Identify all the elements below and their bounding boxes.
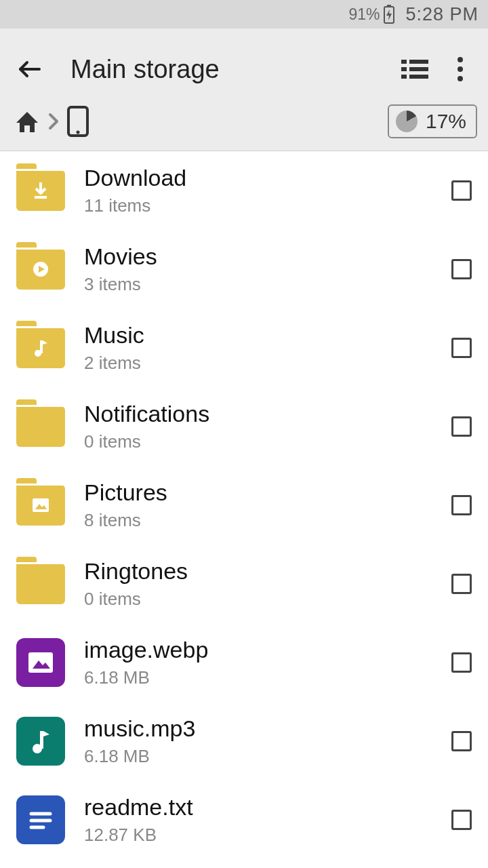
folder-icon	[16, 402, 65, 451]
breadcrumb: 17%	[0, 92, 488, 151]
file-sub: 0 items	[84, 589, 432, 610]
folder-movies-icon	[16, 245, 65, 294]
back-button[interactable]	[14, 53, 46, 85]
chevron-right-icon	[47, 112, 60, 131]
list-item[interactable]: Ringtones 0 items	[0, 545, 488, 623]
svg-point-11	[458, 66, 463, 72]
svg-rect-21	[33, 498, 49, 512]
svg-point-12	[458, 76, 463, 81]
folder-download-icon	[16, 166, 65, 215]
file-name: image.webp	[84, 637, 432, 663]
svg-point-10	[458, 57, 463, 62]
file-sub: 6.18 MB	[84, 667, 432, 688]
svg-rect-1	[387, 5, 391, 7]
svg-rect-8	[401, 75, 407, 79]
svg-rect-4	[401, 60, 407, 64]
select-checkbox[interactable]	[451, 731, 472, 751]
storage-percent: 17%	[426, 110, 466, 133]
list-item[interactable]: Pictures 8 items	[0, 466, 488, 545]
select-checkbox[interactable]	[451, 259, 472, 279]
list-item[interactable]: Movies 3 items	[0, 230, 488, 309]
file-sub: 0 items	[84, 431, 432, 452]
header-actions	[401, 56, 474, 82]
file-name: music.mp3	[84, 715, 432, 742]
home-icon[interactable]	[14, 108, 41, 135]
folder-icon	[16, 559, 65, 608]
svg-rect-26	[40, 731, 43, 749]
select-checkbox[interactable]	[451, 180, 472, 201]
file-name: Pictures	[84, 479, 432, 506]
page-title: Main storage	[70, 55, 401, 84]
status-bar: 91% 5:28 PM	[0, 0, 488, 28]
select-checkbox[interactable]	[451, 574, 472, 594]
list-item[interactable]: Music 2 items	[0, 309, 488, 387]
view-list-icon[interactable]	[401, 58, 428, 80]
file-name: Notifications	[84, 401, 432, 427]
list-item[interactable]: music.mp3 6.18 MB	[0, 702, 488, 781]
list-item[interactable]: Notifications 0 items	[0, 387, 488, 466]
file-sub: 8 items	[84, 510, 432, 531]
svg-rect-7	[409, 67, 428, 71]
select-checkbox[interactable]	[451, 495, 472, 515]
file-sub: 6.18 MB	[84, 746, 432, 767]
text-file-icon	[16, 795, 65, 844]
svg-rect-23	[28, 652, 53, 673]
select-checkbox[interactable]	[451, 810, 472, 830]
storage-usage-badge[interactable]: 17%	[388, 104, 477, 138]
device-icon[interactable]	[66, 106, 89, 137]
file-name: Download	[84, 165, 432, 191]
select-checkbox[interactable]	[451, 416, 472, 437]
svg-rect-5	[409, 60, 428, 64]
select-checkbox[interactable]	[451, 338, 472, 358]
list-item[interactable]: Download 11 items	[0, 151, 488, 230]
svg-rect-9	[409, 75, 428, 79]
file-list: Download 11 items Movies 3 items Music 2…	[0, 151, 488, 859]
folder-music-icon	[16, 323, 65, 372]
image-file-icon	[16, 638, 65, 687]
file-name: Music	[84, 322, 432, 349]
select-checkbox[interactable]	[451, 652, 472, 673]
svg-rect-6	[401, 67, 407, 71]
pie-chart-icon	[396, 111, 418, 132]
more-options-icon[interactable]	[457, 56, 464, 82]
file-name: readme.txt	[84, 794, 432, 821]
status-time: 5:28 PM	[405, 4, 479, 25]
file-name: Ringtones	[84, 558, 432, 585]
battery-charging-icon	[382, 5, 396, 24]
list-item[interactable]: readme.txt 12.87 KB	[0, 781, 488, 859]
svg-rect-20	[40, 340, 43, 353]
folder-pictures-icon	[16, 481, 65, 530]
file-sub: 12.87 KB	[84, 825, 432, 846]
battery-percent: 91%	[348, 5, 380, 24]
file-sub: 2 items	[84, 353, 432, 374]
file-name: Movies	[84, 243, 432, 270]
svg-point-14	[77, 131, 80, 134]
file-sub: 11 items	[84, 195, 432, 216]
audio-file-icon	[16, 717, 65, 766]
app-header: Main storage	[0, 28, 488, 92]
file-sub: 3 items	[84, 274, 432, 295]
svg-marker-2	[386, 9, 392, 20]
list-item[interactable]: image.webp 6.18 MB	[0, 623, 488, 702]
